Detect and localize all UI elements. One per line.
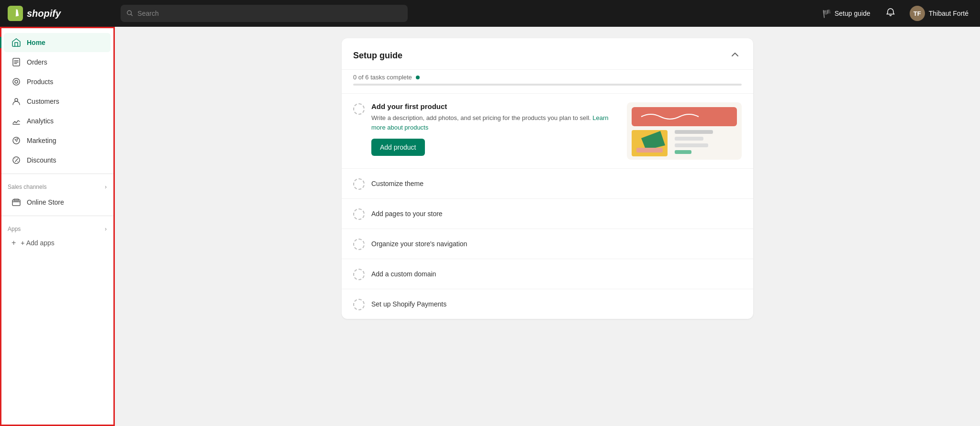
search-icon bbox=[126, 10, 134, 17]
svg-rect-16 bbox=[675, 143, 708, 147]
task-text-first-product: Add your first product Write a descripti… bbox=[371, 102, 620, 156]
task-title-custom-domain: Add a custom domain bbox=[371, 270, 436, 278]
sidebar: Home Orders Products bbox=[0, 27, 115, 426]
logo-area: shopify bbox=[8, 6, 113, 21]
add-apps-item[interactable]: + + Add apps bbox=[4, 235, 111, 251]
apps-section: Apps › bbox=[0, 220, 114, 234]
customers-icon bbox=[11, 97, 21, 106]
progress-bar-track bbox=[353, 84, 742, 86]
progress-dot bbox=[416, 76, 420, 79]
task-circle-customize-theme bbox=[353, 178, 365, 190]
setup-guide-card-title: Setup guide bbox=[353, 51, 402, 61]
bell-icon bbox=[886, 8, 895, 17]
task-item-add-pages[interactable]: Add pages to your store bbox=[342, 198, 753, 229]
sales-channels-label: Sales channels bbox=[8, 184, 46, 190]
setup-guide-button[interactable]: 🏴 Setup guide bbox=[817, 6, 875, 21]
add-apps-plus-icon: + bbox=[11, 239, 16, 247]
setup-guide-card: Setup guide 0 of 6 tasks complete bbox=[342, 38, 753, 319]
progress-text: 0 of 6 tasks complete bbox=[353, 74, 412, 81]
online-store-icon bbox=[11, 197, 21, 207]
add-product-button[interactable]: Add product bbox=[371, 139, 425, 156]
sidebar-divider-1 bbox=[0, 174, 114, 174]
task-title-navigation: Organize your store's navigation bbox=[371, 240, 467, 248]
task-circle-add-pages bbox=[353, 208, 365, 220]
products-icon bbox=[11, 77, 21, 87]
svg-point-4 bbox=[15, 80, 18, 83]
analytics-icon bbox=[11, 116, 21, 126]
flag-icon: 🏴 bbox=[822, 9, 832, 18]
task-title-payments: Set up Shopify Payments bbox=[371, 300, 446, 308]
sales-channels-section: Sales channels › bbox=[0, 178, 114, 192]
svg-rect-13 bbox=[636, 148, 663, 153]
orders-icon bbox=[11, 57, 21, 67]
sidebar-item-marketing[interactable]: Marketing bbox=[4, 131, 111, 150]
task-title-customize-theme: Customize theme bbox=[371, 180, 423, 187]
main-content: Setup guide 0 of 6 tasks complete bbox=[115, 27, 980, 426]
svg-rect-0 bbox=[8, 6, 23, 21]
task-item-navigation[interactable]: Organize your store's navigation bbox=[342, 229, 753, 259]
chevron-up-icon bbox=[730, 50, 740, 59]
add-apps-label: + Add apps bbox=[21, 239, 54, 247]
task-title-add-pages: Add pages to your store bbox=[371, 210, 443, 218]
notifications-button[interactable] bbox=[883, 5, 898, 22]
svg-point-3 bbox=[13, 78, 20, 85]
sidebar-item-customers-label: Customers bbox=[27, 98, 59, 105]
task-illustration bbox=[627, 102, 742, 160]
discounts-icon bbox=[11, 155, 21, 165]
sidebar-item-products-label: Products bbox=[27, 78, 53, 86]
progress-area: 0 of 6 tasks complete bbox=[342, 70, 753, 93]
sidebar-item-home-label: Home bbox=[27, 39, 45, 46]
search-input[interactable] bbox=[137, 10, 402, 17]
task-circle-first-product bbox=[353, 103, 365, 115]
search-bar[interactable] bbox=[121, 5, 408, 22]
svg-point-5 bbox=[15, 98, 18, 101]
sidebar-item-orders[interactable]: Orders bbox=[4, 53, 111, 72]
shopify-logo-icon bbox=[8, 6, 23, 21]
task-circle-custom-domain bbox=[353, 269, 365, 280]
marketing-icon bbox=[11, 136, 21, 145]
task-title-first-product: Add your first product bbox=[371, 102, 620, 110]
sidebar-item-products[interactable]: Products bbox=[4, 72, 111, 91]
task-circle-payments bbox=[353, 299, 365, 310]
task-item-first-product[interactable]: Add your first product Write a descripti… bbox=[342, 93, 753, 168]
sidebar-divider-2 bbox=[0, 216, 114, 216]
sidebar-item-online-store-label: Online Store bbox=[27, 198, 64, 206]
task-desc-first-product: Write a description, add photos, and set… bbox=[371, 113, 620, 132]
sidebar-item-orders-label: Orders bbox=[27, 58, 47, 66]
sidebar-item-online-store[interactable]: Online Store bbox=[4, 193, 111, 212]
sidebar-item-discounts[interactable]: Discounts bbox=[4, 151, 111, 170]
sales-channels-chevron[interactable]: › bbox=[105, 184, 107, 190]
task-item-customize-theme[interactable]: Customize theme bbox=[342, 168, 753, 198]
collapse-button[interactable] bbox=[728, 48, 742, 64]
task-item-payments[interactable]: Set up Shopify Payments bbox=[342, 289, 753, 319]
sidebar-item-customers[interactable]: Customers bbox=[4, 92, 111, 111]
svg-rect-14 bbox=[675, 130, 713, 134]
user-name: Thibaut Forté bbox=[929, 10, 969, 17]
learn-more-link[interactable]: Learn more about products bbox=[371, 114, 609, 131]
avatar: TF bbox=[910, 6, 925, 21]
sidebar-item-discounts-label: Discounts bbox=[27, 156, 56, 164]
svg-point-6 bbox=[13, 137, 20, 144]
progress-label: 0 of 6 tasks complete bbox=[353, 74, 742, 81]
user-avatar-area[interactable]: TF Thibaut Forté bbox=[906, 4, 972, 23]
sidebar-item-analytics-label: Analytics bbox=[27, 117, 54, 125]
home-icon bbox=[11, 38, 21, 47]
sidebar-item-analytics[interactable]: Analytics bbox=[4, 111, 111, 131]
sidebar-item-home[interactable]: Home bbox=[4, 33, 111, 52]
logo-text: shopify bbox=[27, 8, 61, 19]
setup-guide-label: Setup guide bbox=[835, 10, 870, 17]
top-navigation: shopify 🏴 Setup guide TF Thibaut Forté bbox=[0, 0, 980, 27]
svg-rect-17 bbox=[675, 150, 691, 154]
apps-label: Apps bbox=[8, 226, 21, 232]
top-nav-right: 🏴 Setup guide TF Thibaut Forté bbox=[817, 4, 972, 23]
setup-guide-card-header: Setup guide bbox=[342, 38, 753, 70]
sidebar-item-marketing-label: Marketing bbox=[27, 137, 56, 144]
svg-rect-11 bbox=[632, 107, 737, 126]
task-circle-navigation bbox=[353, 239, 365, 250]
task-item-custom-domain[interactable]: Add a custom domain bbox=[342, 259, 753, 289]
app-layout: Home Orders Products bbox=[0, 27, 980, 426]
apps-chevron[interactable]: › bbox=[105, 226, 107, 232]
svg-rect-15 bbox=[675, 137, 703, 141]
